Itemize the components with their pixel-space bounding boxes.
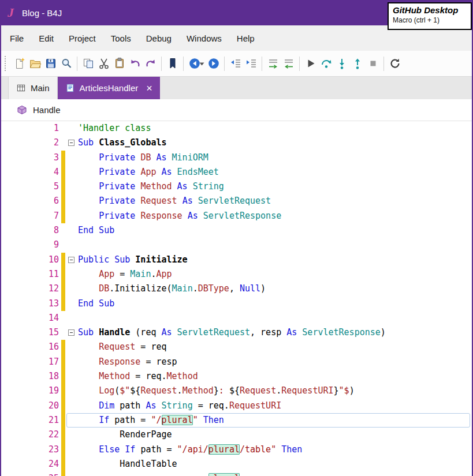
step-out-icon[interactable]: [349, 56, 365, 72]
copy-icon[interactable]: [80, 56, 96, 72]
code-text: If path = "/plural" Then: [78, 413, 472, 428]
code-token: ServletRequest: [198, 196, 271, 206]
menu-debug[interactable]: Debug: [139, 25, 179, 51]
line-number[interactable]: 23: [1, 443, 59, 457]
line-number[interactable]: 14: [1, 311, 59, 325]
line-number[interactable]: 22: [1, 428, 59, 442]
fold-collapse-icon[interactable]: [68, 140, 75, 146]
menu-project[interactable]: Project: [61, 25, 103, 51]
fold-collapse-icon[interactable]: [68, 329, 75, 336]
restart-icon[interactable]: [387, 56, 403, 72]
module-cube-icon: [17, 105, 27, 115]
code-line-4[interactable]: 4 Private App As EndsMeet: [1, 165, 472, 179]
step-over-icon[interactable]: [318, 56, 334, 72]
line-number[interactable]: 3: [1, 151, 59, 165]
code-line-2[interactable]: 2Sub Class_Globals: [1, 136, 472, 150]
code-line-6[interactable]: 6 Private Request As ServletRequest: [1, 194, 472, 208]
open-icon[interactable]: [27, 56, 43, 72]
line-number[interactable]: 19: [1, 384, 59, 398]
code-line-15[interactable]: 15Sub Handle (req As ServletRequest, res…: [1, 325, 472, 340]
code-line-24[interactable]: 24 HandleTable: [1, 457, 472, 471]
line-number[interactable]: 4: [1, 165, 59, 179]
outdent-icon[interactable]: [228, 56, 243, 72]
line-number[interactable]: 10: [1, 253, 59, 267]
bookmark-icon[interactable]: [165, 56, 180, 72]
code-token: path =: [114, 415, 151, 425]
forward-icon[interactable]: [206, 56, 221, 72]
toolbar-grip[interactable]: [5, 56, 8, 71]
toolbar-separator: [183, 57, 184, 71]
step-into-icon[interactable]: [334, 56, 349, 72]
code-line-12[interactable]: 12 DB.Initialize(Main.DBType, Null): [1, 282, 472, 296]
code-line-9[interactable]: 9: [1, 238, 472, 252]
line-number[interactable]: 18: [1, 369, 59, 384]
code-editor[interactable]: 1'Handler class2Sub Class_Globals3 Priva…: [1, 121, 472, 476]
member-navigation-bar[interactable]: Handle: [1, 99, 472, 121]
line-number[interactable]: 24: [1, 457, 59, 471]
code-line-20[interactable]: 20 Dim path As String = req.RequestURI: [1, 399, 472, 413]
line-number[interactable]: 11: [1, 267, 59, 282]
code-token: $": [120, 385, 130, 396]
new-file-icon[interactable]: [12, 56, 27, 72]
code-line-11[interactable]: 11 App = Main.App: [1, 267, 472, 282]
code-line-25[interactable]: 25 plural: [1, 471, 472, 476]
indent-icon[interactable]: [243, 56, 259, 72]
line-number[interactable]: 8: [1, 223, 59, 238]
cut-icon[interactable]: [96, 56, 111, 72]
comment-icon[interactable]: [265, 56, 281, 72]
uncomment-icon[interactable]: [281, 56, 296, 72]
grid-icon: [16, 83, 26, 93]
back-dropdown-icon[interactable]: [198, 56, 206, 72]
line-number[interactable]: 15: [1, 325, 59, 340]
line-number[interactable]: 21: [1, 413, 59, 428]
menu-edit[interactable]: Edit: [31, 25, 61, 51]
line-number[interactable]: 25: [1, 471, 59, 476]
stop-icon[interactable]: [365, 56, 381, 72]
line-number[interactable]: 16: [1, 340, 59, 354]
line-number[interactable]: 1: [1, 121, 59, 136]
code-token: HandleTable: [78, 459, 177, 469]
code-line-17[interactable]: 17 Response = resp: [1, 355, 472, 369]
find-icon[interactable]: [58, 56, 74, 72]
code-line-7[interactable]: 7 Private Response As ServletResponse: [1, 209, 472, 223]
code-line-21[interactable]: 21 If path = "/plural" Then: [1, 413, 472, 428]
line-number[interactable]: 17: [1, 355, 59, 369]
save-icon[interactable]: [43, 56, 58, 72]
code-line-19[interactable]: 19 Log($"${Request.Method}: ${Request.Re…: [1, 384, 472, 398]
tab-main[interactable]: Main: [8, 77, 58, 99]
menu-windows[interactable]: Windows: [179, 25, 229, 51]
code-line-23[interactable]: 23 Else If path = "/api/plural/table" Th…: [1, 443, 472, 457]
menu-tools[interactable]: Tools: [103, 25, 139, 51]
code-token: Request: [140, 196, 182, 206]
line-number[interactable]: 7: [1, 209, 59, 223]
line-number[interactable]: 20: [1, 399, 59, 413]
line-number[interactable]: 13: [1, 297, 59, 311]
code-token: [78, 415, 99, 425]
code-line-1[interactable]: 1'Handler class: [1, 121, 472, 136]
code-line-16[interactable]: 16 Request = req: [1, 340, 472, 354]
code-line-13[interactable]: 13End Sub: [1, 297, 472, 311]
line-number[interactable]: 6: [1, 194, 59, 208]
code-line-18[interactable]: 18 Method = req.Method: [1, 369, 472, 384]
redo-icon[interactable]: [143, 56, 158, 72]
code-line-14[interactable]: 14: [1, 311, 472, 325]
line-number[interactable]: 5: [1, 179, 59, 194]
code-line-8[interactable]: 8End Sub: [1, 223, 472, 238]
code-line-5[interactable]: 5 Private Method As String: [1, 179, 472, 194]
menu-help[interactable]: Help: [229, 25, 262, 51]
undo-icon[interactable]: [127, 56, 143, 72]
fold-collapse-icon[interactable]: [68, 257, 75, 263]
code-text: End Sub: [78, 297, 472, 311]
menu-file[interactable]: File: [2, 25, 31, 51]
run-icon[interactable]: [303, 56, 318, 72]
line-number[interactable]: 2: [1, 136, 59, 150]
close-tab-icon[interactable]: ×: [146, 83, 152, 93]
line-number[interactable]: 12: [1, 282, 59, 296]
code-line-22[interactable]: 22 RenderPage: [1, 428, 472, 442]
code-line-3[interactable]: 3 Private DB As MiniORM: [1, 151, 472, 165]
tab-label: Main: [31, 83, 50, 93]
tab-articleshandler[interactable]: ArticlesHandler×: [58, 77, 160, 99]
code-line-10[interactable]: 10Public Sub Initialize: [1, 253, 472, 267]
line-number[interactable]: 9: [1, 238, 59, 252]
paste-icon[interactable]: [111, 56, 127, 72]
